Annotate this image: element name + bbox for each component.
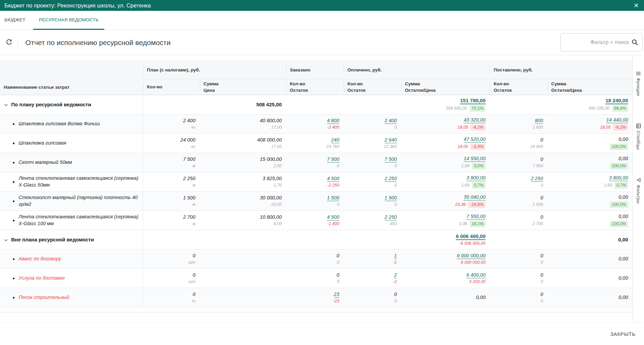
table-row: Лента стеклотканевая самоклеящаяся (серп… [0, 172, 632, 192]
side-rail: Функции Столбцы Фильтры [632, 55, 644, 322]
cell-paid-qty: 1 5000 [344, 192, 401, 211]
value-link[interactable]: 240 [331, 137, 339, 143]
rail-item-columns[interactable]: Столбцы [636, 124, 641, 150]
value-link[interactable]: 18 240,00 [605, 98, 628, 104]
value-link[interactable]: 2 250 [385, 214, 397, 220]
cell-plan-sum [200, 288, 286, 307]
cell-plan-qty [143, 230, 200, 249]
cell-plan-sum: 408 000,0017,00 [200, 134, 286, 153]
sub-line: 4,00 [274, 221, 282, 227]
group-row[interactable]: По плану ресурсной ведомости508 425,0015… [0, 95, 632, 114]
value: 0,00 [619, 194, 628, 200]
cell-plan-sum: 10 800,004,00 [200, 211, 286, 230]
sub-line: м [192, 164, 195, 169]
value-link[interactable]: 7 500 [385, 156, 397, 163]
value-link[interactable]: 2 250 [385, 176, 397, 182]
value-link[interactable]: 6 400,00 [467, 272, 486, 278]
sub-line: -2 [393, 279, 397, 284]
value-link[interactable]: 3 800,00 [467, 175, 486, 181]
sub-value: т [192, 299, 195, 304]
value-link[interactable]: 1 500 [385, 195, 397, 201]
value-link[interactable]: 7 500 [327, 156, 339, 163]
sub-value: м [192, 221, 195, 227]
percent-badge: 3,0% [472, 163, 486, 169]
sub-line: 6 000 000,00 [461, 260, 486, 265]
group-row[interactable]: Вне плана ресурсной ведомости6 006 400,0… [0, 230, 632, 250]
value-link[interactable]: 2 250 [531, 176, 543, 182]
percent-badge: 0,7% [615, 182, 628, 189]
sub-line: 0 [394, 125, 397, 130]
value: 10 800,00 [260, 214, 282, 220]
chevron-down-icon[interactable] [4, 237, 8, 243]
tab-resource-sheet[interactable]: РЕСУРСНАЯ ВЕДОМОСТЬ [33, 11, 104, 30]
value-link[interactable]: 23 [334, 292, 339, 298]
value-link[interactable]: 151 780,00 [460, 98, 486, 104]
value-link[interactable]: 35 040,00 [464, 194, 486, 200]
sub-value: 1 500 [533, 202, 543, 207]
search-input[interactable] [561, 39, 631, 45]
value-link[interactable]: 6 000 000,00 [457, 253, 486, 259]
value-link[interactable]: 6 006 400,00 [456, 233, 486, 240]
value-link[interactable]: 47 520,00 [464, 136, 486, 143]
sub-line: 1 600 [533, 125, 543, 130]
cell-paid-sum: 14 550,001,943,0% [401, 153, 490, 172]
cost-item-name-cell: По плану ресурсной ведомости [0, 95, 143, 114]
value-link[interactable]: 4 500 [327, 214, 339, 220]
cell-plan-qty: 0шт [143, 250, 200, 268]
value-link[interactable]: 800 [535, 118, 543, 124]
bullet-icon [13, 123, 15, 125]
sub-value: 0 [394, 202, 397, 207]
value-link[interactable]: 4 500 [327, 176, 339, 182]
value-link[interactable]: 14 440,00 [606, 117, 628, 123]
col-header-delivered-qty[interactable]: Кол-воОстаток [490, 79, 548, 95]
sub-value: 0 [541, 183, 543, 188]
percent-badge: 100,0% [610, 144, 628, 150]
value: 0 [193, 253, 195, 259]
sub-line: м [192, 183, 195, 188]
close-modal-button[interactable]: ЗАКРЫТЬ [610, 331, 636, 337]
value-link[interactable]: 2 640 [385, 137, 397, 143]
value: 7 500 [183, 156, 195, 162]
cell-paid-qty: 1-1 [344, 250, 401, 268]
rail-item-functions[interactable]: Функции [636, 71, 641, 96]
value-link[interactable]: 7 550,00 [467, 214, 486, 220]
col-header-plan-sum[interactable]: СуммаЦена [200, 79, 286, 95]
value-link[interactable]: 14 550,00 [464, 156, 486, 162]
cost-item-name: Лента стеклотканевая самоклеящаяся (серп… [19, 175, 139, 188]
cell-ordered-qty: 00 [286, 269, 344, 288]
col-header-ordered-qty[interactable]: Кол-воОстаток [286, 79, 344, 95]
cell-ordered-qty: 7 5000 [286, 153, 344, 172]
close-icon[interactable]: × [634, 1, 639, 9]
col-header-paid-qty[interactable]: Кол-воОстаток [344, 79, 401, 95]
value-link[interactable]: 1 500 [327, 195, 339, 201]
cell-paid-qty: 2 250450 [344, 211, 401, 230]
tab-budget[interactable]: БЮДЖЕТ [0, 11, 30, 30]
sub-value: 17,00 [271, 144, 282, 149]
value-link[interactable]: 2 [394, 272, 397, 278]
sub-line: 1,690,7% [604, 182, 628, 189]
col-header-name[interactable]: Наименование статьи затрат [0, 79, 143, 95]
rail-item-label: Функции [636, 78, 641, 96]
cell-delivered-sum: 0,00 [548, 250, 632, 268]
sub-line: 18,00-5,9% [457, 144, 486, 150]
col-header-delivered-sum[interactable]: СуммаОстаток/Цена [548, 79, 632, 95]
col-header-paid-sum[interactable]: СуммаОстаток/Цена [401, 79, 490, 95]
rail-item-filters[interactable]: Фильтры [636, 177, 641, 203]
value-link[interactable]: 2 400 [385, 118, 397, 124]
cell-paid-qty: 2 2500 [344, 172, 401, 191]
chevron-down-icon[interactable] [4, 102, 8, 108]
col-header-plan-qty[interactable]: Кол-во [143, 79, 200, 95]
refresh-icon[interactable] [3, 39, 14, 46]
percent-badge: -6,2% [613, 124, 628, 131]
sub-value: 23 760 [326, 144, 339, 149]
filters-icon [636, 177, 641, 182]
sub-line: -6 006 400,00 [459, 241, 486, 246]
value-link[interactable]: 43 320,00 [464, 117, 486, 123]
cell-ordered-qty: 24023 760 [286, 134, 344, 153]
value-link[interactable]: 4 800 [327, 118, 339, 124]
report-title: Отчет по исполнению ресурсной ведомости [25, 39, 171, 47]
value-link[interactable]: 1 [394, 253, 397, 259]
value-link[interactable]: 3 800,00 [609, 175, 628, 181]
search-icon[interactable] [631, 39, 638, 46]
value: 1 500 [183, 195, 195, 201]
